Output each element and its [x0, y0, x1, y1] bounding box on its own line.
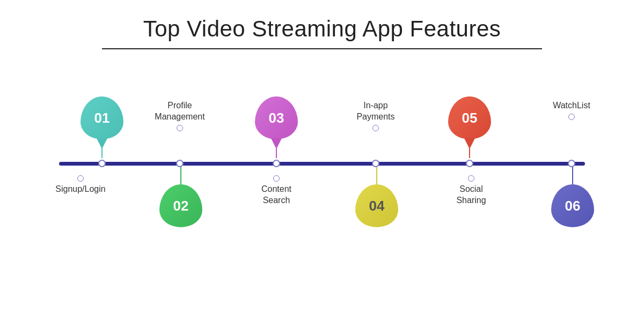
label-dot-06: [568, 114, 575, 120]
feature-label-02: ProfileManagement: [155, 100, 204, 123]
feature-01: 01: [80, 96, 123, 158]
label-area-02: ProfileManagement: [153, 100, 207, 131]
pin-02: 02: [159, 184, 202, 227]
feature-06: 06: [551, 166, 594, 227]
dot-05: [466, 160, 473, 167]
dot-03: [273, 160, 280, 167]
label-dot-05: [468, 175, 474, 182]
dot-01: [98, 160, 106, 167]
pin-01: 01: [80, 96, 123, 139]
title-divider: [102, 48, 542, 49]
label-dot-04: [372, 125, 379, 131]
stem-04: [376, 166, 377, 184]
pin-03: 03: [255, 96, 298, 139]
stem-02: [180, 166, 181, 184]
dot-04: [372, 160, 379, 167]
label-area-06: WatchList: [545, 100, 598, 120]
label-area-04: In-appPayments: [349, 100, 402, 131]
feature-label-05: SocialSharing: [456, 184, 486, 206]
feature-02: 02: [159, 166, 202, 227]
label-dot-02: [177, 125, 183, 131]
feature-label-06: WatchList: [553, 100, 590, 111]
pin-05: 05: [448, 96, 491, 139]
pin-06: 06: [551, 184, 594, 227]
pin-04: 04: [355, 184, 398, 227]
feature-label-01: Signup/Login: [55, 184, 105, 195]
title-section: Top Video Streaming App Features: [0, 16, 644, 49]
label-dot-03: [273, 175, 280, 182]
label-dot-01: [77, 175, 84, 182]
label-area-01: Signup/Login: [56, 175, 105, 195]
label-area-03: ContentSearch: [252, 175, 301, 206]
dot-06: [568, 160, 575, 167]
timeline-container: 01 Signup/Login ProfileManagement 02 03 …: [27, 60, 617, 264]
feature-04: 04: [355, 166, 398, 227]
feature-label-03: ContentSearch: [261, 184, 291, 206]
feature-label-04: In-appPayments: [356, 100, 394, 123]
feature-05: 05: [448, 96, 491, 158]
label-area-05: SocialSharing: [447, 175, 495, 206]
feature-03: 03: [255, 96, 298, 158]
timeline-line: [59, 162, 585, 166]
dot-02: [176, 160, 184, 167]
page-title: Top Video Streaming App Features: [0, 16, 644, 42]
stem-06: [572, 166, 573, 184]
